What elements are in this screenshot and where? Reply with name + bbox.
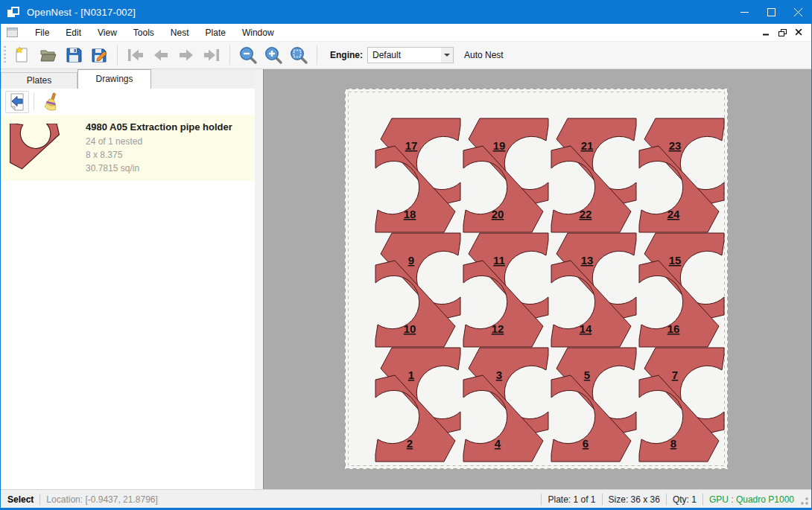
menu-item-plate[interactable]: Plate [197,25,234,41]
sidebar: Plates Drawings [1,69,263,489]
app-window: OpenNest - [N0317-002] FileEditViewTools… [0,0,812,510]
menu-item-tools[interactable]: Tools [125,25,162,41]
zoom-in-icon [264,45,283,65]
save-as-button[interactable] [86,44,112,66]
part-number: 22 [580,208,592,220]
close-icon [794,8,802,16]
mdi-close-icon [796,29,802,36]
plate-canvas[interactable]: 171819202122232491011121314151612345678 [345,89,728,469]
status-location: Location: [-0.9437, 21.8796] [46,494,157,505]
save-edit-icon [90,46,108,64]
part-number: 14 [580,322,592,335]
status-gpu: GPU : Quadro P1000 [709,494,794,505]
part-number: 3 [496,369,502,381]
auto-nest-button[interactable]: Auto Nest [464,50,504,60]
save-icon [65,46,83,64]
part-number: 16 [667,322,680,335]
status-size: Size: 36 x 36 [609,494,660,505]
zoom-fit-button[interactable] [286,44,311,66]
part-number: 17 [405,139,418,152]
part-number: 2 [407,437,413,450]
part-number: 13 [581,254,594,267]
menu-bar: FileEditViewToolsNestPlateWindow [1,24,811,42]
save-button[interactable] [61,44,86,66]
title-bar: OpenNest - [N0317-002] [1,1,811,24]
clean-button[interactable] [39,91,63,113]
new-file-icon [14,46,32,64]
part-thumbnail [10,124,75,173]
nest-canvas[interactable]: 171819202122232491011121314151612345678 [263,69,811,489]
menu-item-file[interactable]: File [27,25,57,41]
nav-next-icon [177,47,196,63]
close-button[interactable] [784,1,811,24]
part-number: 23 [669,139,682,152]
mdi-restore-icon [778,29,787,36]
chevron-down-icon[interactable] [441,48,453,63]
import-drawing-button[interactable] [5,91,29,113]
nav-first-button[interactable] [123,44,148,66]
drawings-toolbar [1,89,263,115]
menu-item-nest[interactable]: Nest [162,25,197,41]
open-file-button[interactable] [36,44,61,66]
drawing-list-item[interactable]: 4980 A05 Extraction pipe holder 24 of 1 … [1,115,255,181]
status-plate: Plate: 1 of 1 [548,494,595,505]
engine-label: Engine: [330,50,363,60]
part-number: 18 [404,208,416,220]
open-folder-icon [39,46,57,64]
zoom-out-button[interactable] [235,44,261,66]
maximize-button[interactable] [758,1,784,24]
plate-sheet[interactable]: 171819202122232491011121314151612345678 [345,89,728,469]
part-number: 7 [672,369,678,381]
maximize-icon [767,8,775,16]
menu-item-view[interactable]: View [89,25,125,41]
part-number: 15 [669,254,682,267]
part-number: 8 [670,437,676,450]
engine-value: Default [368,50,441,60]
status-bar: Select Location: [-0.9437, 21.8796] Plat… [1,489,811,509]
mdi-minimize-icon [763,29,770,36]
mdi-close-button[interactable] [790,25,807,40]
new-file-button[interactable] [10,44,36,66]
window-title: OpenNest - [N0317-002] [27,7,136,18]
minimize-icon [740,8,749,16]
part-number: 19 [493,139,506,152]
part-number: 24 [667,208,680,220]
part-number: 10 [404,322,416,335]
clean-broom-icon [42,92,60,112]
minimize-button[interactable] [731,1,758,24]
mdi-restore-button[interactable] [774,25,790,40]
drawing-size: 8 x 8.375 [86,148,232,162]
tab-plates[interactable]: Plates [1,72,77,89]
nav-last-button[interactable] [199,44,224,66]
main-toolbar: Engine: Default Auto Nest [1,42,811,69]
drawing-nested-count: 24 of 1 nested [86,135,232,148]
part-number: 11 [493,254,505,267]
part-number: 4 [495,437,501,450]
menu-item-edit[interactable]: Edit [57,25,89,41]
nav-first-icon [126,47,145,63]
zoom-out-icon [238,45,258,65]
part-number: 1 [408,369,414,381]
part-number: 9 [408,254,414,267]
part-number: 12 [492,322,504,335]
nav-prev-button[interactable] [148,44,174,66]
part-number: 20 [492,208,504,220]
nav-prev-icon [151,47,171,63]
resize-grip[interactable] [799,497,809,507]
tab-drawings[interactable]: Drawings [77,69,151,89]
zoom-fit-icon [289,45,308,65]
drawing-area: 30.7815 sq/in [86,162,232,175]
app-icon [7,7,21,19]
part-number: 5 [584,369,590,381]
mdi-minimize-button[interactable] [758,25,774,40]
menu-item-window[interactable]: Window [234,25,282,41]
engine-select[interactable]: Default [367,47,454,63]
nav-next-button[interactable] [174,44,199,66]
nav-last-icon [202,47,221,63]
zoom-in-button[interactable] [261,44,286,66]
sidebar-tabs: Plates Drawings [1,69,263,89]
drawing-title: 4980 A05 Extraction pipe holder [86,121,232,133]
import-drawing-icon [9,93,25,111]
toolbar-grip[interactable] [4,46,6,64]
mdi-document-icon [7,28,18,37]
